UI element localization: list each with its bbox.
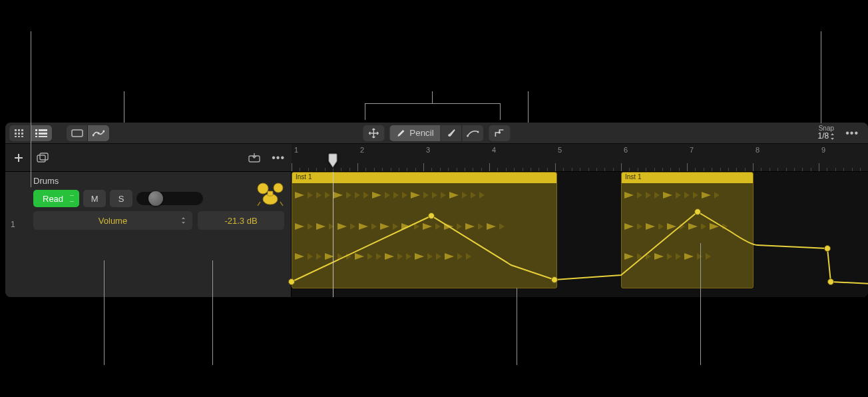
ruler-bar-label: 1	[294, 146, 298, 154]
automation-lane[interactable]: Inst 1	[292, 172, 868, 297]
ruler-bar-label: 6	[624, 146, 628, 154]
move-tool-button[interactable]	[363, 125, 384, 141]
automation-mode-label: Read	[43, 194, 63, 204]
automation-node[interactable]	[551, 276, 558, 283]
svg-rect-15	[72, 130, 83, 137]
svg-rect-14	[39, 136, 47, 137]
region-body	[622, 183, 753, 288]
automation-parameter-select[interactable]: Volume	[33, 211, 192, 230]
trim-tool-button[interactable]	[489, 125, 511, 141]
audio-region[interactable]: Inst 1	[621, 172, 754, 288]
svg-rect-22	[37, 155, 45, 162]
pencil-tool-button[interactable]: Pencil	[389, 125, 441, 141]
callout-line	[517, 288, 517, 365]
grid-view-button[interactable]	[9, 125, 31, 141]
volume-fader[interactable]	[136, 192, 203, 205]
svg-rect-3	[15, 133, 17, 135]
list-view-button[interactable]	[31, 125, 52, 141]
trim-icon	[495, 129, 505, 138]
audio-region[interactable]: Inst 1	[292, 172, 557, 288]
snap-value: 1/8	[818, 132, 829, 141]
pencil-label: Pencil	[409, 128, 433, 138]
ruler-bar-label: 3	[426, 146, 430, 154]
callout-line	[365, 103, 500, 104]
timeline-ruler[interactable]: 123456789	[292, 144, 868, 171]
svg-rect-13	[35, 136, 37, 137]
svg-line-30	[280, 202, 283, 206]
svg-rect-2	[21, 129, 23, 131]
svg-rect-4	[18, 133, 20, 135]
track-name: Drums	[33, 176, 59, 186]
region-name: Inst 1	[292, 173, 556, 183]
duplicate-track-button[interactable]	[33, 149, 52, 167]
add-track-button[interactable]	[9, 149, 28, 167]
svg-rect-12	[39, 133, 47, 135]
svg-rect-0	[15, 129, 17, 131]
track-area: 1 Drums Read	[5, 172, 868, 297]
callout-line	[528, 91, 529, 123]
callout-line	[212, 260, 213, 365]
svg-point-25	[258, 183, 268, 194]
svg-point-17	[97, 132, 99, 134]
region-body	[292, 183, 556, 288]
svg-rect-5	[21, 133, 23, 135]
svg-point-26	[274, 183, 283, 193]
curve-tool-button[interactable]	[463, 125, 484, 141]
callout-line	[432, 91, 433, 103]
region-view-button[interactable]	[67, 125, 88, 141]
parameter-name: Volume	[99, 216, 127, 226]
main-toolbar: Pencil Snap 1/8 •••	[5, 123, 868, 144]
automation-editor: Pencil Snap 1/8 •••	[5, 123, 868, 297]
callout-line	[700, 243, 701, 365]
paintbrush-icon	[446, 129, 457, 138]
import-button[interactable]	[245, 149, 264, 167]
svg-rect-8	[21, 136, 23, 137]
callout-line	[124, 91, 124, 123]
brush-tool-button[interactable]	[441, 125, 463, 141]
parameter-value: -21.3 dB	[224, 216, 257, 226]
svg-point-21	[499, 131, 501, 134]
sub-toolbar: ••• 123456789	[5, 144, 868, 172]
svg-rect-6	[15, 136, 17, 137]
automation-curve-icon	[467, 129, 479, 137]
ruler-bar-label: 7	[690, 146, 694, 154]
callout-line	[31, 31, 31, 187]
pencil-icon	[396, 129, 405, 138]
automation-mode-button[interactable]: Read	[33, 190, 79, 207]
drumkit-icon	[256, 181, 284, 206]
svg-rect-7	[18, 136, 20, 137]
solo-button[interactable]: S	[110, 190, 132, 207]
callout-line	[365, 103, 365, 120]
callout-line	[821, 31, 821, 123]
track-more-button[interactable]: •••	[269, 152, 288, 164]
ruler-bar-label: 9	[821, 146, 825, 154]
track-header[interactable]: 1 Drums Read	[5, 172, 292, 297]
svg-line-29	[258, 202, 260, 206]
automation-node[interactable]	[428, 212, 435, 219]
updown-stepper-icon	[830, 133, 835, 140]
track-number: 1	[11, 220, 15, 229]
callout-line	[500, 103, 501, 120]
automation-value-display[interactable]: -21.3 dB	[198, 211, 284, 230]
callout-line	[104, 260, 105, 365]
region-name: Inst 1	[622, 173, 753, 183]
ruler-bar-label: 8	[756, 146, 760, 154]
svg-rect-11	[35, 133, 37, 135]
more-menu-button[interactable]: •••	[840, 127, 864, 139]
fader-knob[interactable]	[148, 191, 163, 206]
snap-control[interactable]: Snap 1/8	[818, 125, 838, 141]
svg-rect-9	[35, 129, 37, 131]
ruler-bar-label: 2	[360, 146, 364, 154]
inbox-arrow-icon	[248, 153, 260, 163]
playhead[interactable]	[328, 153, 337, 168]
automation-node[interactable]	[824, 245, 831, 252]
chevron-updown-icon	[181, 217, 186, 224]
tracks-stack-icon	[37, 153, 49, 163]
automation-node[interactable]	[694, 208, 701, 215]
automation-node[interactable]	[827, 278, 834, 285]
svg-rect-23	[40, 153, 48, 160]
automation-view-button[interactable]	[88, 125, 109, 141]
automation-node[interactable]	[288, 278, 295, 285]
mute-button[interactable]: M	[83, 190, 106, 207]
svg-rect-28	[268, 191, 273, 196]
